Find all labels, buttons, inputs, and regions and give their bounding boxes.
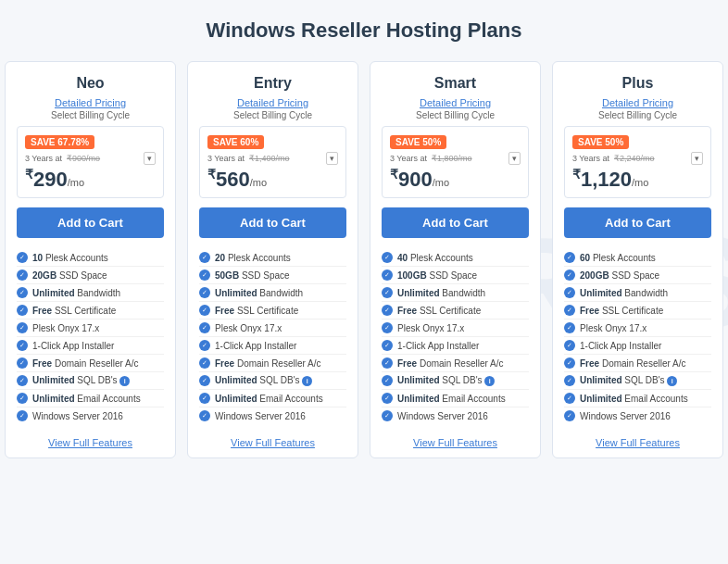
feature-item: ✓ 1-Click App Installer <box>199 337 346 355</box>
add-to-cart-button[interactable]: Add to Cart <box>564 207 711 238</box>
rupee-symbol: ₹ <box>207 167 216 182</box>
feature-text: Windows Server 2016 <box>32 411 123 421</box>
feature-item: ✓ 40 Plesk Accounts <box>382 249 529 267</box>
check-icon: ✓ <box>564 375 575 386</box>
feature-bold: 60 <box>580 253 590 263</box>
feature-bold: Unlimited <box>397 375 440 385</box>
check-icon: ✓ <box>17 305 28 316</box>
feature-text: 20 Plesk Accounts <box>215 253 291 263</box>
per-mo: /mo <box>632 177 648 188</box>
check-icon: ✓ <box>199 375 210 386</box>
info-icon[interactable]: i <box>119 376 130 386</box>
add-to-cart-button[interactable]: Add to Cart <box>382 207 529 238</box>
rupee-symbol: ₹ <box>25 167 33 182</box>
billing-info: 3 Years at ₹900/mo ▾ <box>25 152 156 165</box>
feature-text: Free SSL Certificate <box>32 306 116 316</box>
feature-item: ✓ Plesk Onyx 17.x <box>199 320 346 337</box>
feature-text: Free SSL Certificate <box>580 306 663 316</box>
billing-years: 3 Years at ₹1,400/mo <box>207 154 290 163</box>
check-icon: ✓ <box>382 410 393 421</box>
feature-text: Unlimited Email Accounts <box>397 394 506 404</box>
feature-text: Unlimited Email Accounts <box>215 394 323 404</box>
save-badge: SAVE 60% <box>207 135 264 149</box>
feature-text: Unlimited Bandwidth <box>580 288 668 298</box>
feature-bold: Free <box>32 358 52 369</box>
save-badge: SAVE 50% <box>390 135 446 149</box>
feature-text: Free Domain Reseller A/c <box>580 358 686 369</box>
check-icon: ✓ <box>564 410 575 421</box>
feature-bold: Free <box>215 306 234 316</box>
plans-container: Neo Detailed Pricing Select Billing Cycl… <box>19 61 709 458</box>
add-to-cart-button[interactable]: Add to Cart <box>199 207 346 238</box>
feature-item: ✓ Free SSL Certificate <box>382 302 529 320</box>
detailed-pricing-link[interactable]: Detailed Pricing <box>17 97 164 108</box>
feature-item: ✓ Free Domain Reseller A/c <box>564 355 711 372</box>
feature-item: ✓ Free SSL Certificate <box>199 302 346 320</box>
feature-item: ✓ Unlimited SQL DB's i <box>382 372 529 390</box>
check-icon: ✓ <box>17 357 28 369</box>
feature-text: 10 Plesk Accounts <box>32 253 108 263</box>
feature-item: ✓ 50GB SSD Space <box>199 267 346 284</box>
feature-bold: 20GB <box>32 270 56 281</box>
plan-card-neo: Neo Detailed Pricing Select Billing Cycl… <box>5 61 176 458</box>
check-icon: ✓ <box>199 322 210 333</box>
feature-item: ✓ Unlimited Bandwidth <box>564 284 711 302</box>
check-icon: ✓ <box>17 322 28 333</box>
add-to-cart-button[interactable]: Add to Cart <box>17 207 164 238</box>
feature-text: Free Domain Reseller A/c <box>215 358 321 369</box>
original-price: ₹1,400/mo <box>249 154 290 163</box>
feature-item: ✓ Windows Server 2016 <box>17 407 164 424</box>
check-icon: ✓ <box>382 393 393 404</box>
info-icon[interactable]: i <box>484 376 495 386</box>
view-features-link[interactable]: View Full Features <box>199 433 346 448</box>
view-features-link[interactable]: View Full Features <box>17 433 164 448</box>
feature-text: Unlimited SQL DB's i <box>580 375 677 386</box>
feature-bold: Free <box>215 358 234 369</box>
check-icon: ✓ <box>199 340 210 351</box>
feature-item: ✓ 10 Plesk Accounts <box>17 249 164 267</box>
dropdown-icon[interactable]: ▾ <box>508 152 521 165</box>
check-icon: ✓ <box>382 269 393 281</box>
billing-cycle-label: Select Billing Cycle <box>382 110 529 120</box>
check-icon: ✓ <box>17 269 28 281</box>
pricing-box: SAVE 60% 3 Years at ₹1,400/mo ▾ ₹560/mo <box>199 126 346 198</box>
check-icon: ✓ <box>199 287 210 298</box>
price-display: ₹560/mo <box>207 167 338 192</box>
feature-item: ✓ Unlimited SQL DB's i <box>199 372 346 390</box>
feature-bold: 10 <box>32 253 43 263</box>
feature-item: ✓ 1-Click App Installer <box>17 337 164 355</box>
feature-item: ✓ Free SSL Certificate <box>564 302 711 320</box>
view-features-link[interactable]: View Full Features <box>564 433 711 448</box>
billing-years: 3 Years at ₹900/mo <box>25 154 100 163</box>
info-icon[interactable]: i <box>667 376 677 386</box>
feature-bold: Unlimited <box>215 394 257 404</box>
dropdown-icon[interactable]: ▾ <box>326 152 338 165</box>
feature-item: ✓ Unlimited SQL DB's i <box>17 372 164 390</box>
feature-text: Plesk Onyx 17.x <box>397 323 464 333</box>
detailed-pricing-link[interactable]: Detailed Pricing <box>382 97 529 108</box>
feature-text: Windows Server 2016 <box>397 411 488 421</box>
feature-text: Free SSL Certificate <box>215 306 298 316</box>
check-icon: ✓ <box>382 305 393 316</box>
per-mo: /mo <box>68 177 84 188</box>
feature-bold: Unlimited <box>32 375 75 385</box>
feature-text: Unlimited Bandwidth <box>397 288 485 298</box>
feature-item: ✓ Unlimited Bandwidth <box>17 284 164 302</box>
dropdown-icon[interactable]: ▾ <box>144 152 156 165</box>
check-icon: ✓ <box>382 252 393 263</box>
check-icon: ✓ <box>564 340 575 351</box>
detailed-pricing-link[interactable]: Detailed Pricing <box>564 97 711 108</box>
billing-years: 3 Years at ₹1,800/mo <box>390 154 472 163</box>
check-icon: ✓ <box>564 357 575 369</box>
feature-bold: 50GB <box>215 270 239 281</box>
feature-bold: Free <box>397 358 417 369</box>
view-features-link[interactable]: View Full Features <box>382 433 529 448</box>
check-icon: ✓ <box>199 357 210 369</box>
price-display: ₹900/mo <box>390 167 521 192</box>
dropdown-icon[interactable]: ▾ <box>691 152 703 165</box>
billing-cycle-label: Select Billing Cycle <box>564 110 711 120</box>
info-icon[interactable]: i <box>302 376 312 386</box>
feature-bold: Unlimited <box>397 288 440 298</box>
feature-item: ✓ Plesk Onyx 17.x <box>17 320 164 337</box>
detailed-pricing-link[interactable]: Detailed Pricing <box>199 97 346 108</box>
